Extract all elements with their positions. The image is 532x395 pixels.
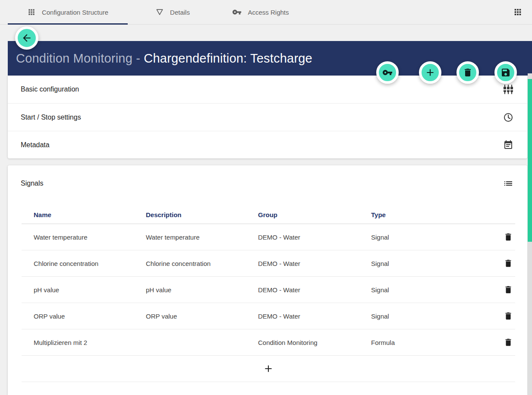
save-icon <box>501 67 511 78</box>
section-basic-configuration[interactable]: Basic configuration <box>8 76 527 103</box>
tab-label: Configuration Structure <box>42 9 108 16</box>
page-header: Condition Monitoring - Chargendefinition… <box>8 41 532 76</box>
tab-label: Access Rights <box>248 9 289 16</box>
cell-name: pH value <box>22 286 134 294</box>
cell-description: Chlorine concentration <box>134 260 246 267</box>
table-header-row: Name Description Group Type <box>22 206 515 224</box>
plus-icon <box>425 67 436 78</box>
cell-group: DEMO - Water <box>246 260 359 267</box>
trash-icon <box>504 338 513 347</box>
cell-group: DEMO - Water <box>246 234 359 241</box>
clock-icon <box>503 112 513 123</box>
cell-description: Water temperature <box>134 234 246 241</box>
column-header-group: Group <box>246 211 359 218</box>
tab-label: Details <box>170 9 190 16</box>
cell-description: pH value <box>134 286 246 294</box>
column-header-type: Type <box>359 211 498 218</box>
trash-icon <box>504 311 513 321</box>
delete-row-button[interactable] <box>501 335 515 349</box>
cell-type: Signal <box>359 234 498 241</box>
calendar-note-icon <box>503 140 513 150</box>
cell-name: Multiplizieren mit 2 <box>22 339 134 346</box>
key-icon <box>382 67 393 78</box>
delete-row-button[interactable] <box>501 230 515 244</box>
cell-type: Signal <box>359 313 498 320</box>
table-row[interactable]: Multiplizieren mit 2 Condition Monitorin… <box>22 329 515 356</box>
configuration-sections-card: Basic configuration Start / Stop setting… <box>8 76 527 158</box>
delete-button[interactable] <box>456 61 479 84</box>
top-tab-bar: Configuration Structure Details Access R… <box>0 0 532 25</box>
apps-grid-icon <box>27 8 36 16</box>
list-icon[interactable] <box>503 178 513 189</box>
cell-name: Water temperature <box>22 234 134 241</box>
access-rights-button[interactable] <box>376 61 399 84</box>
delete-row-button[interactable] <box>501 309 515 323</box>
table-row[interactable]: Water temperature Water temperature DEMO… <box>22 224 515 250</box>
signals-title: Signals <box>21 180 43 187</box>
cell-group: Condition Monitoring <box>246 339 359 346</box>
trash-icon <box>463 67 473 78</box>
delete-row-button[interactable] <box>501 283 515 297</box>
column-header-name: Name <box>22 211 134 218</box>
table-row[interactable]: ORP value ORP value DEMO - Water Signal <box>22 303 515 329</box>
cell-type: Formula <box>359 339 498 346</box>
arrow-left-icon <box>21 32 32 44</box>
cell-description: ORP value <box>134 313 246 320</box>
page-title-prefix: Condition Monitoring - <box>16 51 144 65</box>
vertical-scrollbar-track[interactable] <box>528 73 532 395</box>
apps-grid-icon[interactable] <box>513 7 523 17</box>
trash-icon <box>504 259 513 268</box>
table-row[interactable]: pH value pH value DEMO - Water Signal <box>22 277 515 303</box>
column-header-description: Description <box>134 211 246 218</box>
cell-type: Signal <box>359 260 498 267</box>
section-metadata[interactable]: Metadata <box>8 131 527 158</box>
funnel-icon <box>155 8 164 16</box>
cell-name: ORP value <box>22 313 134 320</box>
cell-type: Signal <box>359 286 498 294</box>
cell-group: DEMO - Water <box>246 286 359 294</box>
active-tab-indicator <box>8 23 128 25</box>
trash-icon <box>504 285 513 294</box>
signals-header: Signals <box>8 165 527 189</box>
tab-details[interactable]: Details <box>128 0 217 25</box>
add-button[interactable] <box>419 61 441 84</box>
plus-icon <box>263 363 274 374</box>
page-title: Condition Monitoring - Chargendefinition… <box>16 51 312 66</box>
key-icon <box>232 7 242 17</box>
tab-configuration-structure[interactable]: Configuration Structure <box>8 0 128 25</box>
section-label: Basic configuration <box>21 85 79 93</box>
save-button[interactable] <box>494 61 517 84</box>
signals-card: Signals Name Description Group Type Wate… <box>8 165 527 395</box>
signals-table: Name Description Group Type Water temper… <box>22 206 515 382</box>
section-label: Start / Stop settings <box>21 114 81 121</box>
sliders-icon <box>503 84 513 95</box>
back-button[interactable] <box>15 26 38 50</box>
trash-icon <box>504 232 513 242</box>
section-start-stop-settings[interactable]: Start / Stop settings <box>8 103 527 131</box>
table-row[interactable]: Chlorine concentration Chlorine concentr… <box>22 250 515 277</box>
delete-row-button[interactable] <box>501 256 515 270</box>
add-signal-button[interactable] <box>22 356 515 382</box>
tab-access-rights[interactable]: Access Rights <box>217 0 304 25</box>
vertical-scrollbar-thumb[interactable] <box>528 79 532 242</box>
page-title-emphasis: Chargendefinition: Testcharge <box>144 51 312 65</box>
cell-group: DEMO - Water <box>246 313 359 320</box>
cell-name: Chlorine concentration <box>22 260 134 267</box>
section-label: Metadata <box>21 141 50 149</box>
